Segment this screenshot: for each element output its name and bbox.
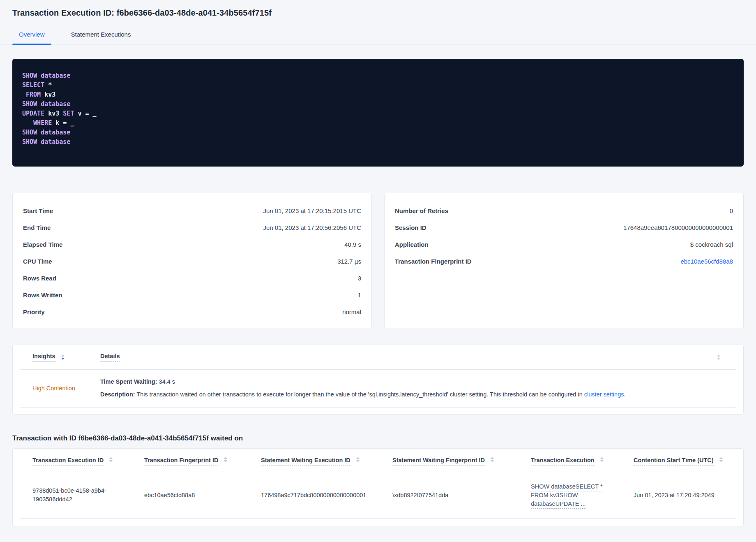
summary-label: Number of Retries [395, 207, 448, 214]
summary-value: Jun 01, 2023 at 17:20:15:2015 UTC [263, 207, 361, 214]
summary-value: 1 [358, 292, 361, 299]
insight-row: High Contention Time Spent Waiting: 34.4… [20, 370, 736, 408]
sort-up-arrow-icon [719, 457, 723, 459]
description-suffix: . [624, 391, 625, 398]
sort-icon[interactable] [719, 457, 723, 462]
sort-up-arrow-icon [109, 457, 113, 459]
summary-label: Start Time [23, 207, 53, 214]
sql-line: UPDATE kv3 SET v = _ [22, 109, 734, 118]
summary-row: Elapsed Time40.9 s [23, 236, 361, 253]
summary-value: 40.9 s [344, 241, 361, 248]
column-label[interactable]: Transaction Execution [531, 457, 595, 466]
table-row: 9738d051-bc0e-4158-a9b4-1903586ddd42 ebc… [20, 472, 736, 519]
summary-row: Session ID17648a9eea60178000000000000000… [395, 219, 733, 236]
waited-on-table: Transaction Execution ID Transaction Fin… [12, 448, 744, 526]
sql-line: SHOW database [22, 100, 734, 109]
sort-down-arrow-icon [109, 460, 113, 462]
sort-icon[interactable] [356, 457, 360, 462]
summary-value: 17648a9eea6017800000000000000001 [623, 224, 733, 231]
sort-down-arrow-icon [491, 460, 494, 462]
summary-value: Jun 01, 2023 at 17:20:56:2056 UTC [263, 224, 361, 231]
transaction-details-page: Transaction Execution ID: f6be6366-da03-… [0, 0, 756, 526]
sort-down-arrow-icon [717, 358, 720, 360]
summary-row: Rows Read3 [23, 270, 361, 287]
summary-row: End TimeJun 01, 2023 at 17:20:56:2056 UT… [23, 219, 361, 236]
summary-value: 3 [358, 275, 361, 282]
sort-icon[interactable] [109, 457, 113, 462]
cell-transaction-execution-preview: SHOW databaseSELECT * FROM kv3SHOW datab… [519, 476, 621, 515]
summary-label: Application [395, 241, 429, 248]
transaction-execution-link[interactable]: SHOW databaseSELECT * FROM kv3SHOW datab… [531, 483, 603, 507]
description-label: Description: [100, 391, 135, 398]
summary-cards-row: Start TimeJun 01, 2023 at 17:20:15:2015 … [12, 193, 744, 329]
sort-icon[interactable] [717, 354, 720, 360]
column-label[interactable]: Statement Waiting Fingerprint ID [392, 457, 485, 466]
summary-value: $ cockroach sql [690, 241, 733, 248]
summary-row: CPU Time312.7 µs [23, 253, 361, 270]
time-spent-waiting-value: 34.4 s [159, 378, 175, 385]
waited-on-table-header: Transaction Execution ID Transaction Fin… [20, 449, 736, 472]
session-summary-card: Number of Retries0Session ID17648a9eea60… [384, 193, 744, 329]
column-header-contention-start-time: Contention Start Time (UTC) [621, 449, 736, 472]
summary-label: End Time [23, 224, 51, 231]
execution-summary-rows: Start TimeJun 01, 2023 at 17:20:15:2015 … [23, 202, 361, 320]
summary-label: Session ID [395, 224, 426, 231]
column-label[interactable]: Transaction Fingerprint ID [144, 457, 218, 466]
tab-bar: Overview Statement Executions [0, 28, 756, 44]
tab-statement-executions[interactable]: Statement Executions [65, 28, 138, 44]
cell-statement-waiting-fingerprint-id: \xdb8922f077541dda [380, 484, 519, 506]
tab-overview[interactable]: Overview [12, 28, 51, 44]
sql-line: FROM kv3 [22, 90, 734, 100]
column-header-transaction-execution-id: Transaction Execution ID [20, 449, 132, 472]
column-label[interactable]: Statement Waiting Execution ID [261, 457, 350, 466]
sort-up-arrow-icon [600, 457, 604, 459]
high-contention-badge: High Contention [20, 385, 100, 391]
summary-row: Prioritynormal [23, 303, 361, 320]
insights-table: Insights Details High Contention Time Sp… [12, 345, 744, 415]
sort-down-arrow-icon [600, 460, 604, 462]
column-label[interactable]: Transaction Execution ID [32, 457, 104, 466]
cell-transaction-fingerprint-id: ebc10ae56cfd88a8 [132, 484, 249, 506]
transaction-fingerprint-id-link[interactable]: ebc10ae56cfd88a8 [680, 258, 733, 265]
sort-icon[interactable] [600, 457, 604, 462]
sort-down-arrow-icon [61, 358, 65, 360]
cell-statement-waiting-execution-id: 176498a9c717bdc80000000000000001 [249, 484, 380, 506]
sql-line: SELECT * [22, 81, 734, 90]
insights-column-label[interactable]: Insights [32, 353, 55, 362]
summary-row: Start TimeJun 01, 2023 at 17:20:15:2015 … [23, 202, 361, 219]
details-column-label[interactable]: Details [100, 353, 120, 362]
cell-transaction-execution-id: 9738d051-bc0e-4158-a9b4-1903586ddd42 [20, 480, 132, 510]
summary-row: Application$ cockroach sql [395, 236, 733, 253]
cell-contention-start-time: Jun 01, 2023 at 17:20:49:2049 [621, 484, 736, 506]
summary-label: Transaction Fingerprint ID [395, 258, 472, 265]
column-header-statement-waiting-fingerprint-id: Statement Waiting Fingerprint ID [380, 449, 519, 472]
summary-value: 0 [730, 207, 733, 214]
time-spent-waiting: Time Spent Waiting: 34.4 s [100, 377, 711, 386]
column-label[interactable]: Contention Start Time (UTC) [634, 457, 714, 466]
description-text: This transaction waited on other transac… [136, 391, 584, 398]
insights-column-header: Insights [20, 353, 100, 362]
sql-line: SHOW database [22, 71, 734, 81]
sort-down-arrow-icon [224, 460, 227, 462]
sql-line: SHOW database [22, 128, 734, 137]
summary-label: CPU Time [23, 258, 52, 265]
sort-up-arrow-icon [224, 457, 227, 459]
sql-statements-box: SHOW databaseSELECT * FROM kv3SHOW datab… [12, 59, 744, 167]
sort-icon[interactable] [224, 457, 227, 462]
cluster-settings-link[interactable]: cluster settings [584, 391, 624, 398]
page-title: Transaction Execution ID: f6be6366-da03-… [12, 0, 744, 18]
sort-down-arrow-icon [719, 460, 723, 462]
summary-label: Rows Read [23, 275, 56, 282]
column-header-transaction-fingerprint-id: Transaction Fingerprint ID [132, 449, 249, 472]
insight-details: Time Spent Waiting: 34.4 s Description: … [100, 377, 736, 399]
summary-row: Number of Retries0 [395, 202, 733, 219]
summary-row: Rows Written1 [23, 287, 361, 303]
sort-desc-icon[interactable] [61, 354, 65, 360]
insight-description: Description: This transaction waited on … [100, 390, 711, 399]
sort-up-arrow-icon [717, 354, 720, 357]
execution-summary-card: Start TimeJun 01, 2023 at 17:20:15:2015 … [12, 193, 372, 329]
session-summary-rows: Number of Retries0Session ID17648a9eea60… [395, 202, 733, 270]
sql-line: WHERE k = _ [22, 118, 734, 128]
sort-icon[interactable] [491, 457, 494, 462]
summary-label: Priority [23, 308, 45, 315]
